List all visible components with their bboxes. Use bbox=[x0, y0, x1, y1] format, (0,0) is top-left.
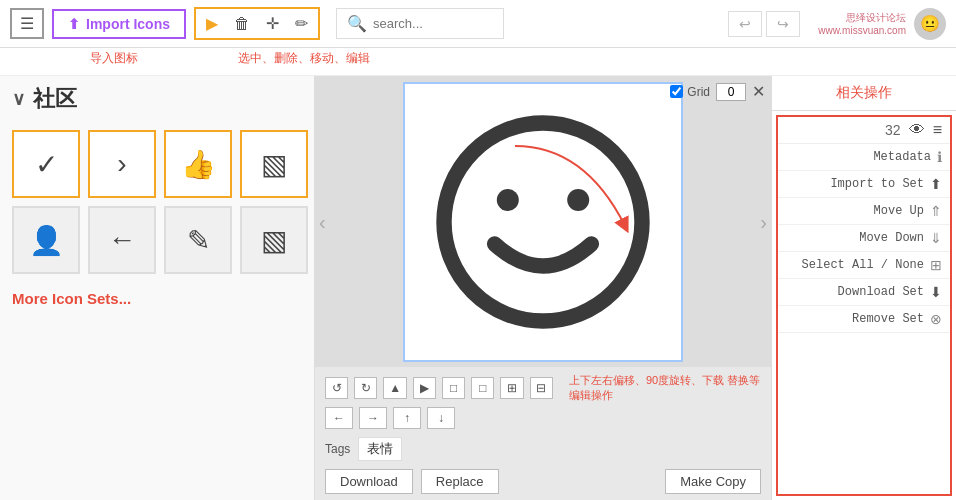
icon-canvas[interactable] bbox=[403, 82, 683, 362]
grid-label: Grid bbox=[670, 85, 710, 99]
ctrl-rotate-up[interactable]: ▲ bbox=[383, 377, 406, 399]
more-icon-sets-link[interactable]: More Icon Sets... bbox=[0, 282, 314, 315]
nav-right-button[interactable]: › bbox=[760, 210, 767, 233]
search-box: 🔍 bbox=[336, 8, 504, 39]
tag-value: 表情 bbox=[358, 437, 402, 461]
search-icon: 🔍 bbox=[347, 14, 367, 33]
tags-row: Tags 表情 bbox=[325, 437, 761, 461]
search-input[interactable] bbox=[373, 16, 493, 31]
tool-edit-button[interactable]: ✏ bbox=[291, 12, 312, 35]
import-to-set-label: Import to Set bbox=[786, 177, 924, 191]
control-row-2: ← → ↑ ↓ bbox=[325, 407, 761, 429]
metadata-label: Metadata bbox=[786, 150, 931, 164]
canvas-area: Grid ✕ ‹ bbox=[315, 76, 771, 367]
replace-button[interactable]: Replace bbox=[421, 469, 499, 494]
panel-eye-button[interactable]: 👁 bbox=[909, 121, 925, 139]
ctrl-right[interactable]: → bbox=[359, 407, 387, 429]
ctrl-annotation: 上下左右偏移、90度旋转、下载 替换等编辑操作 bbox=[569, 373, 761, 403]
icon-cell-arrow-right[interactable]: › bbox=[88, 130, 156, 198]
redo-button[interactable]: ↪ bbox=[766, 11, 800, 37]
ctrl-collapse[interactable]: ⊟ bbox=[530, 377, 553, 399]
panel-select-all-row: Select All / None ⊞ bbox=[778, 252, 950, 279]
ctrl-down[interactable]: ↓ bbox=[427, 407, 455, 429]
canvas-top-controls: Grid ✕ bbox=[670, 82, 765, 101]
panel-remove-set-row: Remove Set ⊗ bbox=[778, 306, 950, 333]
icon-cell-person[interactable]: 👤 bbox=[12, 206, 80, 274]
tags-label: Tags bbox=[325, 442, 350, 456]
metadata-info-icon[interactable]: ℹ bbox=[937, 149, 942, 165]
import-icon: ⬆ bbox=[68, 16, 80, 32]
icon-grid: ✓ › 👍 ▧ 👤 ← ✎ ▧ bbox=[0, 122, 314, 282]
move-up-label: Move Up bbox=[786, 204, 924, 218]
tools-group: ▶ 🗑 ✛ ✏ bbox=[194, 7, 320, 40]
icon-cell-arrow-left[interactable]: ← bbox=[88, 206, 156, 274]
ctrl-left[interactable]: ← bbox=[325, 407, 353, 429]
panel-count: 32 bbox=[885, 122, 901, 138]
move-down-icon[interactable]: ⇓ bbox=[930, 230, 942, 246]
icon-cell-thumbsup[interactable]: 👍 bbox=[164, 130, 232, 198]
ctrl-redo[interactable]: ↻ bbox=[354, 377, 377, 399]
svg-point-0 bbox=[444, 123, 642, 321]
panel-move-up-row: Move Up ⇑ bbox=[778, 198, 950, 225]
icon-cell-check[interactable]: ✓ bbox=[12, 130, 80, 198]
sidebar-section-title: 社区 bbox=[33, 84, 77, 114]
icon-cell-edit[interactable]: ✎ bbox=[164, 206, 232, 274]
select-all-icon[interactable]: ⊞ bbox=[930, 257, 942, 273]
ctrl-square2[interactable]: □ bbox=[471, 377, 494, 399]
right-panel: 相关操作 32 👁 ≡ Metadata ℹ Import to Set ⬆ M… bbox=[771, 76, 956, 500]
main-toolbar: ☰ ⬆ Import Icons ▶ 🗑 ✛ ✏ 🔍 ↩ ↪ 思绎设计论坛 ww… bbox=[0, 0, 956, 48]
download-set-label: Download Set bbox=[786, 285, 924, 299]
move-down-label: Move Down bbox=[786, 231, 924, 245]
select-all-label: Select All / None bbox=[786, 258, 924, 272]
menu-button[interactable]: ☰ bbox=[10, 8, 44, 39]
import-to-set-icon[interactable]: ⬆ bbox=[930, 176, 942, 192]
grid-value-input[interactable] bbox=[716, 83, 746, 101]
ctrl-undo[interactable]: ↺ bbox=[325, 377, 348, 399]
right-panel-title: 相关操作 bbox=[772, 76, 956, 111]
avatar[interactable]: 😐 bbox=[914, 8, 946, 40]
undo-button[interactable]: ↩ bbox=[728, 11, 762, 37]
action-row: Download Replace Make Copy bbox=[325, 469, 761, 494]
right-panel-inner: 32 👁 ≡ Metadata ℹ Import to Set ⬆ Move U… bbox=[776, 115, 952, 496]
ctrl-up[interactable]: ↑ bbox=[393, 407, 421, 429]
icon-cell-partial[interactable]: ▧ bbox=[240, 130, 308, 198]
sidebar: ∨ 社区 ✓ › 👍 ▧ 👤 ← ✎ ▧ More Icon Sets... bbox=[0, 76, 315, 500]
tool-delete-button[interactable]: 🗑 bbox=[230, 13, 254, 35]
ctrl-square1[interactable]: □ bbox=[442, 377, 465, 399]
close-button[interactable]: ✕ bbox=[752, 82, 765, 101]
remove-set-label: Remove Set bbox=[786, 312, 924, 326]
control-row-1: ↺ ↻ ▲ ▶ □ □ ⊞ ⊟ 上下左右偏移、90度旋转、下载 替换等编辑操作 bbox=[325, 373, 761, 403]
tool-move-button[interactable]: ✛ bbox=[262, 12, 283, 35]
tool-select-button[interactable]: ▶ bbox=[202, 12, 222, 35]
annotation-bar: 导入图标 选中、删除、移动、编辑 bbox=[0, 48, 956, 76]
grid-checkbox[interactable] bbox=[670, 85, 683, 98]
annotation-tools: 选中、删除、移动、编辑 bbox=[238, 50, 370, 67]
make-copy-button[interactable]: Make Copy bbox=[665, 469, 761, 494]
svg-point-1 bbox=[497, 189, 519, 211]
move-up-icon[interactable]: ⇑ bbox=[930, 203, 942, 219]
ctrl-rotate-right[interactable]: ▶ bbox=[413, 377, 436, 399]
download-button[interactable]: Download bbox=[325, 469, 413, 494]
svg-point-2 bbox=[567, 189, 589, 211]
panel-menu-button[interactable]: ≡ bbox=[933, 121, 942, 139]
nav-left-button[interactable]: ‹ bbox=[319, 210, 326, 233]
undo-redo-group: ↩ ↪ bbox=[728, 11, 800, 37]
center-panel: Grid ✕ ‹ bbox=[315, 76, 771, 500]
import-label: Import Icons bbox=[86, 16, 170, 32]
icon-cell-partial2[interactable]: ▧ bbox=[240, 206, 308, 274]
chevron-down-icon[interactable]: ∨ bbox=[12, 88, 25, 110]
panel-move-down-row: Move Down ⇓ bbox=[778, 225, 950, 252]
panel-metadata-row: Metadata ℹ bbox=[778, 144, 950, 171]
import-icons-button[interactable]: ⬆ Import Icons bbox=[52, 9, 186, 39]
remove-set-icon[interactable]: ⊗ bbox=[930, 311, 942, 327]
main-content: ∨ 社区 ✓ › 👍 ▧ 👤 ← ✎ ▧ More Icon Sets... G… bbox=[0, 76, 956, 500]
annotation-import: 导入图标 bbox=[90, 50, 138, 67]
smiley-icon bbox=[433, 112, 653, 332]
ctrl-expand[interactable]: ⊞ bbox=[500, 377, 523, 399]
panel-download-set-row: Download Set ⬇ bbox=[778, 279, 950, 306]
sidebar-header: ∨ 社区 bbox=[0, 76, 314, 122]
panel-top-row: 32 👁 ≡ bbox=[778, 117, 950, 144]
panel-import-to-set-row: Import to Set ⬆ bbox=[778, 171, 950, 198]
site-info: 思绎设计论坛 www.missvuan.com bbox=[818, 11, 906, 37]
download-set-icon[interactable]: ⬇ bbox=[930, 284, 942, 300]
